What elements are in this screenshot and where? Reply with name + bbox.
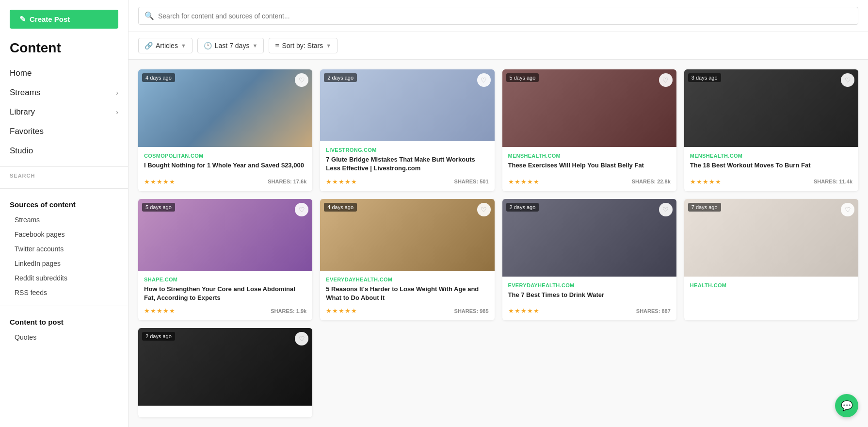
time-filter-label: Last 7 days [215, 42, 250, 49]
article-footer: ★★★★★ SHARES: 1.9k [144, 307, 306, 314]
article-source: MENSHEALTH.COM [508, 153, 671, 159]
article-image: 2 days ago ♡ [320, 69, 494, 141]
article-body: EVERYDAYHEALTH.COM 5 Reasons It's Harder… [320, 271, 494, 320]
sidebar-item-home[interactable]: Home [0, 64, 128, 83]
article-image: 5 days ago ♡ [502, 69, 676, 147]
article-body: COSMOPOLITAN.COM I Bought Nothing for 1 … [138, 147, 312, 191]
chevron-down-icon: ▼ [181, 43, 186, 49]
age-badge: 2 days ago [142, 332, 175, 341]
article-title: The 7 Best Times to Drink Water [508, 291, 671, 303]
article-image: 2 days ago ♡ [502, 199, 676, 277]
sort-filter-button[interactable]: ≡ Sort by: Stars ▼ [269, 38, 338, 53]
article-source: MENSHEALTH.COM [690, 153, 852, 159]
article-stars: ★★★★★ [508, 178, 540, 185]
article-card: 4 days ago ♡ EVERYDAYHEALTH.COM 5 Reason… [320, 199, 494, 321]
sidebar-divider-2 [0, 188, 128, 189]
filters-bar: 🔗 Articles ▼ 🕐 Last 7 days ▼ ≡ Sort by: … [129, 32, 868, 60]
source-twitter[interactable]: Twitter accounts [0, 242, 128, 256]
article-footer: ★★★★★ SHARES: 17.6k [144, 178, 306, 185]
source-reddit[interactable]: Reddit subreddits [0, 271, 128, 285]
source-facebook[interactable]: Facebook pages [0, 227, 128, 242]
source-linkedin[interactable]: LinkedIn pages [0, 256, 128, 271]
sort-filter-label: Sort by: Stars [282, 42, 323, 49]
content-to-post-title: Content to post [0, 312, 128, 330]
favorite-button[interactable]: ♡ [295, 73, 308, 87]
article-card: 2 days ago ♡ [138, 328, 312, 417]
favorite-button[interactable]: ♡ [841, 203, 854, 216]
studio-label: Studio [10, 146, 33, 156]
search-input[interactable] [158, 12, 852, 20]
time-filter-button[interactable]: 🕐 Last 7 days ▼ [197, 38, 264, 53]
chevron-right-icon: › [116, 108, 118, 116]
sidebar-item-library[interactable]: Library › [0, 102, 128, 122]
article-footer: ★★★★★ SHARES: 501 [326, 178, 488, 185]
search-container[interactable]: 🔍 [138, 7, 858, 25]
content-quotes[interactable]: Quotes [0, 330, 128, 345]
article-card: 5 days ago ♡ MENSHEALTH.COM These Exerci… [502, 69, 676, 191]
favorites-label: Favorites [10, 127, 44, 136]
article-shares: SHARES: 1.9k [271, 308, 306, 314]
age-badge: 2 days ago [506, 203, 539, 212]
article-image: 2 days ago ♡ [138, 328, 312, 406]
sources-title: Sources of content [0, 195, 128, 213]
article-title: The 18 Best Workout Moves To Burn Fat [690, 161, 852, 173]
streams-label: Streams [10, 88, 40, 98]
favorite-button[interactable]: ♡ [659, 203, 673, 216]
favorite-button[interactable]: ♡ [477, 203, 491, 216]
article-card: 7 days ago ♡ HEALTH.COM [684, 199, 858, 321]
articles-filter-button[interactable]: 🔗 Articles ▼ [138, 38, 193, 53]
article-footer: ★★★★★ SHARES: 887 [508, 307, 671, 314]
search-icon: 🔍 [145, 11, 154, 20]
article-stars: ★★★★★ [326, 178, 357, 185]
article-body: EVERYDAYHEALTH.COM The 7 Best Times to D… [502, 277, 676, 321]
article-stars: ★★★★★ [508, 307, 540, 314]
sidebar-item-studio[interactable]: Studio [0, 141, 128, 161]
article-stars: ★★★★★ [326, 307, 357, 314]
create-post-button[interactable]: ✎ Create Post [10, 10, 118, 29]
search-section-label: SEARCH [0, 173, 128, 182]
article-image: 3 days ago ♡ [684, 69, 858, 147]
sidebar-item-streams[interactable]: Streams › [0, 83, 128, 102]
chevron-down-icon: ▼ [252, 43, 257, 49]
article-body: SHAPE.COM How to Strengthen Your Core an… [138, 271, 312, 320]
article-shares: SHARES: 887 [636, 308, 671, 314]
article-source: SHAPE.COM [144, 277, 306, 282]
sidebar: ✎ Create Post Content Home Streams › Lib… [0, 0, 129, 427]
age-badge: 5 days ago [506, 73, 539, 82]
article-footer: ★★★★★ SHARES: 22.8k [508, 178, 671, 185]
pen-icon: ✎ [19, 15, 26, 24]
article-title: I Bought Nothing for 1 Whole Year and Sa… [144, 161, 306, 173]
favorite-button[interactable]: ♡ [841, 73, 854, 87]
article-stars: ★★★★★ [144, 178, 176, 185]
favorite-button[interactable]: ♡ [295, 203, 308, 216]
article-body: MENSHEALTH.COM The 18 Best Workout Moves… [684, 147, 858, 191]
article-body: MENSHEALTH.COM These Exercises Will Help… [502, 147, 676, 191]
article-footer: ★★★★★ SHARES: 11.4k [690, 178, 852, 185]
sort-icon: ≡ [275, 42, 279, 49]
home-label: Home [10, 68, 32, 78]
sidebar-item-favorites[interactable]: Favorites [0, 122, 128, 141]
favorite-button[interactable]: ♡ [659, 73, 673, 87]
source-streams[interactable]: Streams [0, 213, 128, 227]
favorite-button[interactable]: ♡ [477, 73, 491, 87]
favorite-button[interactable]: ♡ [295, 332, 308, 345]
library-label: Library [10, 107, 35, 117]
article-image: 7 days ago ♡ [684, 199, 858, 277]
articles-filter-label: Articles [156, 42, 178, 49]
article-body: LIVESTRONG.COM 7 Glute Bridge Mistakes T… [320, 141, 494, 191]
link-icon: 🔗 [145, 42, 153, 49]
article-shares: SHARES: 501 [454, 179, 489, 184]
article-card: 5 days ago ♡ SHAPE.COM How to Strengthen… [138, 199, 312, 321]
article-card: 2 days ago ♡ EVERYDAYHEALTH.COM The 7 Be… [502, 199, 676, 321]
source-rss[interactable]: RSS feeds [0, 285, 128, 300]
age-badge: 5 days ago [142, 203, 175, 212]
sidebar-divider-1 [0, 166, 128, 167]
age-badge: 2 days ago [324, 73, 357, 82]
age-badge: 4 days ago [324, 203, 357, 212]
article-source: EVERYDAYHEALTH.COM [508, 282, 671, 288]
article-shares: SHARES: 985 [454, 308, 489, 314]
chat-support-button[interactable]: 💬 [835, 394, 858, 417]
article-title: How to Strengthen Your Core and Lose Abd… [144, 285, 306, 302]
age-badge: 7 days ago [688, 203, 721, 212]
article-image: 5 days ago ♡ [138, 199, 312, 271]
